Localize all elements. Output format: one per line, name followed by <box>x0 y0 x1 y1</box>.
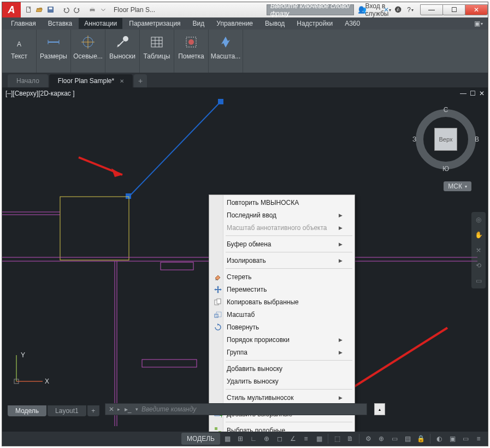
ctx-item-1[interactable]: Последний ввод▶ <box>210 209 353 221</box>
ribbon-centerline-button[interactable]: Осевые... <box>73 31 103 63</box>
osnap-icon[interactable]: ◻ <box>274 433 286 445</box>
workspace-icon[interactable]: ⚙ <box>362 433 374 445</box>
snap-icon[interactable]: ⊞ <box>234 433 246 445</box>
ribbon-table-button[interactable]: Таблицы <box>142 31 172 63</box>
nav-showmotion-icon[interactable]: ▭ <box>473 275 484 286</box>
units-icon[interactable]: ▭ <box>388 433 400 445</box>
viewcube-face[interactable]: Верх <box>434 128 457 151</box>
clean-screen-icon[interactable]: ▭ <box>459 433 471 445</box>
grid-icon[interactable]: ▦ <box>221 433 233 445</box>
tab-view[interactable]: Вид <box>187 18 210 29</box>
search-input[interactable]: Введите ключевое слово/фразу <box>267 4 354 15</box>
tab-output[interactable]: Вывод <box>259 18 290 29</box>
svg-rect-5 <box>91 11 93 13</box>
ctx-item-label: Порядок прорисовки <box>227 336 290 344</box>
ctx-item-19[interactable]: Стиль мультивыносок▶ <box>210 391 353 404</box>
minimize-button[interactable]: — <box>420 4 443 15</box>
file-tab-floorplan[interactable]: Floor Plan Sample*✕ <box>49 74 133 87</box>
ctx-item-label: Копировать выбранные <box>227 298 299 306</box>
svg-line-22 <box>129 102 221 197</box>
isolate-icon[interactable]: ◐ <box>433 433 445 445</box>
cmdline-close-icon[interactable]: ✕ <box>109 405 114 413</box>
transparency-icon[interactable]: ▦ <box>313 433 325 445</box>
nav-orbit-icon[interactable]: ⟲ <box>473 260 484 271</box>
tab-addins[interactable]: Надстройки <box>291 18 338 29</box>
annotation-monitor-icon[interactable]: ⊕ <box>375 433 387 445</box>
ribbon-dimension-button[interactable]: Размеры <box>39 31 68 63</box>
quick-properties-icon[interactable]: ▤ <box>402 433 414 445</box>
ctx-item-12[interactable]: Повернуть <box>210 321 353 333</box>
ribbon-leader-button[interactable]: Выноски <box>108 31 137 63</box>
ctx-item-label: Выбрать подобные <box>227 427 285 432</box>
lock-ui-icon[interactable]: 🔒 <box>415 433 427 445</box>
qat-redo-icon[interactable] <box>72 5 82 15</box>
hardware-accel-icon[interactable]: ▣ <box>446 433 458 445</box>
cmdline-input[interactable]: Введите команду <box>141 405 363 413</box>
ctx-item-4[interactable]: Буфер обмена▶ <box>210 238 353 250</box>
qat-print-icon[interactable] <box>87 5 97 15</box>
a360-icon[interactable]: 🅐 <box>393 5 403 15</box>
nav-zoom-icon[interactable]: ⤧ <box>473 245 484 256</box>
exchange-icon[interactable]: ✕ <box>381 5 391 15</box>
ctx-item-13[interactable]: Порядок прорисовки▶ <box>210 333 353 346</box>
ctx-item-16[interactable]: Добавить выноску <box>210 362 353 375</box>
ctx-item-17[interactable]: Удалить выноску <box>210 375 353 387</box>
annotation-scale-icon[interactable]: 🗎 <box>344 433 356 445</box>
otrack-icon[interactable]: ∠ <box>287 433 299 445</box>
lineweight-icon[interactable]: ≡ <box>300 433 312 445</box>
qat-undo-icon[interactable] <box>61 5 71 15</box>
ctx-item-0[interactable]: Повторить МВЫНОСКА <box>210 196 353 209</box>
layout-tab-add[interactable]: + <box>87 405 99 416</box>
customize-icon[interactable]: ≡ <box>473 433 485 445</box>
tab-annotate[interactable]: Аннотации <box>79 18 122 29</box>
viewcube[interactable]: Верх С Ю В З <box>416 109 476 169</box>
close-tab-icon[interactable]: ✕ <box>120 78 124 84</box>
tab-home[interactable]: Главная <box>5 18 42 29</box>
ctx-item-10[interactable]: Копировать выбранные <box>210 296 353 308</box>
svg-rect-48 <box>215 427 217 430</box>
selsim-icon <box>212 425 223 432</box>
tab-insert[interactable]: Вставка <box>43 18 78 29</box>
file-tab-start[interactable]: Начало <box>8 74 48 87</box>
ribbon-scale-button[interactable]: Масшта... <box>211 31 240 63</box>
qat-dropdown-icon[interactable] <box>98 5 108 15</box>
help-icon[interactable]: ?▾ <box>405 5 415 15</box>
panel-config-icon[interactable]: ▣▾ <box>473 17 485 30</box>
ctx-item-label: Переместить <box>227 286 267 293</box>
model-space-button[interactable]: МОДЕЛЬ <box>181 433 220 445</box>
app-logo[interactable]: A <box>2 2 21 17</box>
tab-parametric[interactable]: Параметризация <box>123 18 186 29</box>
titlebar-right: 👥 👤Вход в службы▾ ✕ 🅐 ?▾ <box>357 5 415 15</box>
ctx-item-8[interactable]: Стереть <box>210 270 353 283</box>
qat-open-icon[interactable] <box>35 5 45 15</box>
command-line[interactable]: ✕ ▸ ▸_ ▾ Введите команду <box>105 403 367 415</box>
close-button[interactable]: ✕ <box>465 4 488 15</box>
drawing-canvas[interactable]: [–][Сверху][2D-каркас ] — ☐ ✕ <box>2 87 488 432</box>
layout-tab-layout1[interactable]: Layout1 <box>48 405 86 416</box>
nav-wheel-icon[interactable]: ◎ <box>473 214 484 225</box>
tab-manage[interactable]: Управление <box>211 18 258 29</box>
ctx-item-6[interactable]: Изолировать▶ <box>210 254 353 267</box>
nav-pan-icon[interactable]: ✋ <box>473 229 484 240</box>
ctx-item-14[interactable]: Группа▶ <box>210 346 353 358</box>
cmdline-expand-icon[interactable]: ▴ <box>374 403 385 415</box>
tab-a360[interactable]: A360 <box>339 18 365 29</box>
ctx-item-23[interactable]: Выбрать подобные <box>210 424 353 432</box>
maximize-button[interactable]: ☐ <box>442 4 465 15</box>
qat-save-icon[interactable] <box>46 5 56 15</box>
ctx-item-9[interactable]: Переместить <box>210 283 353 296</box>
ortho-icon[interactable]: ∟ <box>247 433 259 445</box>
signin-button[interactable]: 👤Вход в службы▾ <box>369 5 379 15</box>
svg-text:A: A <box>17 40 21 48</box>
wcs-indicator[interactable]: МСК▾ <box>444 181 471 191</box>
layout-tab-model[interactable]: Модель <box>8 405 46 416</box>
ctx-item-label: Стереть <box>227 273 251 281</box>
file-tab-add[interactable]: + <box>134 74 147 87</box>
cmdline-handle-icon[interactable]: ▸ <box>117 406 120 412</box>
ribbon-markup-button[interactable]: Пометка <box>176 31 206 63</box>
qat-new-icon[interactable] <box>24 5 34 15</box>
ribbon-text-button[interactable]: AТекст <box>4 31 34 63</box>
ctx-item-11[interactable]: Масштаб <box>210 308 353 321</box>
selection-cycling-icon[interactable]: ⬚ <box>331 433 343 445</box>
polar-icon[interactable]: ⊕ <box>261 433 273 445</box>
